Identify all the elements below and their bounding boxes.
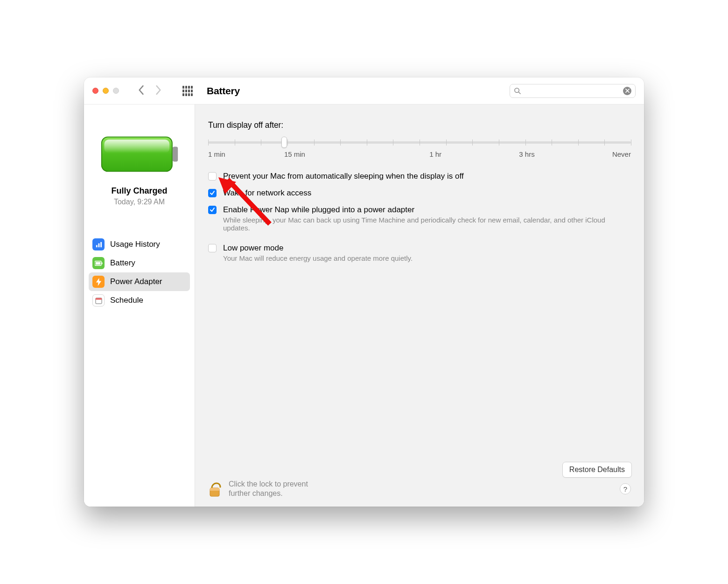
option-description: While sleeping, your Mac can back up usi… [223,216,631,232]
sidebar-item-battery[interactable]: Battery [89,254,190,272]
sidebar-item-label: Battery [110,258,135,268]
sidebar-item-power-adapter[interactable]: Power Adapter [89,272,190,291]
search-field[interactable] [510,84,636,98]
nav-arrows [137,85,163,97]
sidebar-item-schedule[interactable]: Schedule [89,291,190,310]
checkbox-wake-network[interactable] [208,189,217,197]
battery-status-title: Fully Charged [111,186,167,196]
window-title: Battery [207,85,240,97]
grid-icon [182,86,193,96]
show-all-button[interactable] [182,86,193,96]
slider-label: Turn display off after: [208,120,631,130]
help-button[interactable]: ? [620,483,631,494]
option-label: Enable Power Nap while plugged into a po… [223,205,631,215]
option-wake-network: Wake for network access [208,188,631,198]
slider-track [208,141,631,144]
battery-status: Fully Charged Today, 9:29 AM [84,104,195,206]
svg-line-1 [518,92,520,94]
svg-rect-9 [95,262,100,264]
option-low-power: Low power mode Your Mac will reduce ener… [208,243,631,262]
lock-text: Click the lock to prevent further change… [229,480,331,498]
main-panel: Turn display off after: [195,104,644,507]
sidebar-item-label: Usage History [110,240,160,249]
window-controls [92,88,119,94]
svg-rect-4 [172,146,177,161]
svg-rect-3 [104,139,169,153]
option-label: Wake for network access [223,188,311,198]
battery-icon [100,134,179,174]
sidebar-item-usage-history[interactable]: Usage History [89,235,190,254]
check-icon [210,190,215,196]
checkbox-low-power[interactable] [208,244,217,252]
content: Fully Charged Today, 9:29 AM Usage Histo… [84,104,644,507]
titlebar: Battery [84,77,644,104]
minimize-window-button[interactable] [103,88,109,94]
option-description: Your Mac will reduce energy usage and op… [223,254,413,262]
calendar-icon [92,294,105,306]
svg-rect-7 [100,242,102,247]
battery-status-time: Today, 9:29 AM [114,198,165,206]
chevron-right-icon [154,85,163,95]
checkbox-prevent-sleep[interactable] [208,172,217,181]
svg-rect-5 [96,245,97,247]
sidebar: Fully Charged Today, 9:29 AM Usage Histo… [84,104,195,507]
chart-icon [92,238,105,250]
search-icon [514,87,521,94]
clear-search-button[interactable] [623,87,631,95]
x-icon [625,89,630,93]
slider-label-never: Never [612,150,631,158]
option-prevent-sleep: Prevent your Mac from automatically slee… [208,171,631,181]
disabled-zoom-button [113,88,119,94]
slider-label-3hrs: 3 hrs [519,150,534,158]
option-label: Low power mode [223,243,413,253]
svg-rect-10 [101,262,102,264]
check-icon [210,207,215,213]
slider-tick-labels: 1 min 15 min 1 hr 3 hrs Never [208,150,631,158]
forward-button[interactable] [154,85,163,97]
options-list: Prevent your Mac from automatically slee… [208,171,631,262]
slider-label-1hr: 1 hr [429,150,441,158]
svg-rect-6 [98,243,99,247]
slider-thumb[interactable] [281,137,287,148]
lock-icon[interactable] [208,480,222,498]
bolt-icon [92,276,105,288]
slider-label-1min: 1 min [208,150,225,158]
sidebar-item-label: Schedule [110,296,143,305]
sidebar-item-label: Power Adapter [110,277,162,286]
battery-small-icon [92,257,105,269]
restore-defaults-button[interactable]: Restore Defaults [562,462,632,478]
option-label: Prevent your Mac from automatically slee… [223,171,464,181]
option-power-nap: Enable Power Nap while plugged into a po… [208,205,631,232]
svg-rect-12 [95,298,101,299]
checkbox-power-nap[interactable] [208,206,217,214]
slider-label-15min: 15 min [284,150,305,158]
chevron-left-icon [137,85,145,95]
sidebar-menu: Usage History Battery Power Adapter [84,235,195,310]
display-off-slider[interactable]: 1 min 15 min 1 hr 3 hrs Never [208,138,631,158]
preferences-window: Battery [84,77,644,507]
svg-rect-14 [210,488,219,491]
close-window-button[interactable] [92,88,98,94]
back-button[interactable] [137,85,145,97]
